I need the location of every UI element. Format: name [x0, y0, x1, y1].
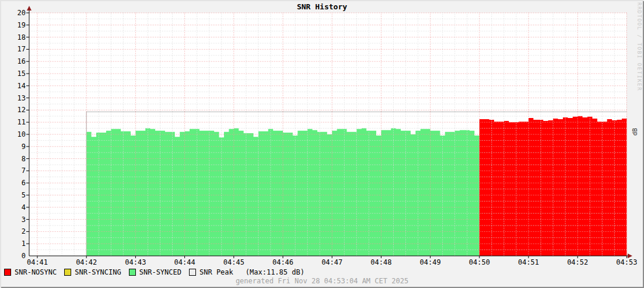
legend-swatch-gray	[189, 269, 196, 276]
y-tick-label: 13	[7, 95, 26, 102]
x-tick-label: 04:49	[416, 259, 444, 266]
x-axis-arrow	[628, 254, 632, 258]
legend-swatch-green	[129, 269, 136, 276]
y-tick-label: 19	[7, 22, 26, 29]
y-tick-label: 2	[7, 228, 26, 235]
legend-item-snr-peak: SNR Peak	[189, 268, 233, 276]
x-tick-label: 04:52	[564, 259, 592, 266]
y-tick-label: 9	[7, 143, 26, 151]
y-tick-label: 14	[7, 82, 26, 90]
y-tick-label: 1	[7, 240, 26, 248]
chart-title: SNR History	[0, 2, 644, 11]
y-axis-unit-label: dB	[631, 128, 639, 136]
x-tick-label: 04:47	[318, 259, 346, 266]
y-tick-label: 11	[7, 119, 26, 126]
y-tick-label: 10	[7, 131, 26, 138]
x-tick-label: 04:53	[612, 259, 640, 266]
legend-item-snr-nosync: SNR-NOSYNC	[4, 268, 57, 276]
y-tick-label: 8	[7, 155, 26, 163]
y-tick-label: 4	[7, 204, 26, 211]
x-tick-label: 04:42	[72, 259, 100, 266]
area-snr-nosync	[480, 116, 627, 256]
legend-item-snr-synced: SNR-SYNCED	[129, 268, 181, 276]
y-tick-label: 6	[7, 179, 26, 187]
max-value-note: (Max:11.85 dB)	[246, 268, 304, 276]
y-tick-label: 16	[7, 58, 26, 65]
y-tick-label: 20	[7, 9, 26, 17]
x-tick-label: 04:46	[269, 259, 297, 266]
y-tick-label: 12	[7, 106, 26, 114]
y-tick-label: 15	[7, 70, 26, 78]
x-tick-label: 04:48	[367, 259, 395, 266]
x-tick-label: 04:43	[121, 259, 149, 266]
rrdtool-watermark: RRDTOOL / TOBI OETIKER	[636, 2, 642, 91]
snr-history-plot	[0, 0, 644, 288]
y-tick-label: 3	[7, 216, 26, 224]
legend-item-snr-syncing: SNR-SYNCING	[64, 268, 121, 276]
generated-timestamp: generated Fri Nov 28 04:53:04 AM CET 202…	[0, 277, 644, 285]
rrdtool-graph: SNR History 0123456789101112131415161718…	[0, 0, 644, 288]
x-tick-label: 04:44	[171, 259, 199, 266]
y-tick-label: 18	[7, 34, 26, 41]
x-tick-label: 04:45	[220, 259, 248, 266]
legend-swatch-red	[4, 269, 11, 276]
y-tick-label: 7	[7, 167, 26, 175]
legend-label: SNR-NOSYNC	[15, 268, 57, 276]
x-tick-label: 04:50	[466, 259, 494, 266]
legend-swatch-yellow	[64, 269, 71, 276]
y-tick-label: 17	[7, 46, 26, 53]
legend-label: SNR Peak	[200, 268, 233, 276]
x-tick-label: 04:51	[514, 259, 542, 266]
y-tick-label: 5	[7, 192, 26, 199]
legend: SNR-NOSYNC SNR-SYNCING SNR-SYNCED SNR Pe…	[4, 268, 304, 276]
x-tick-label: 04:41	[23, 259, 51, 266]
legend-label: SNR-SYNCED	[139, 268, 181, 276]
legend-label: SNR-SYNCING	[75, 268, 121, 276]
